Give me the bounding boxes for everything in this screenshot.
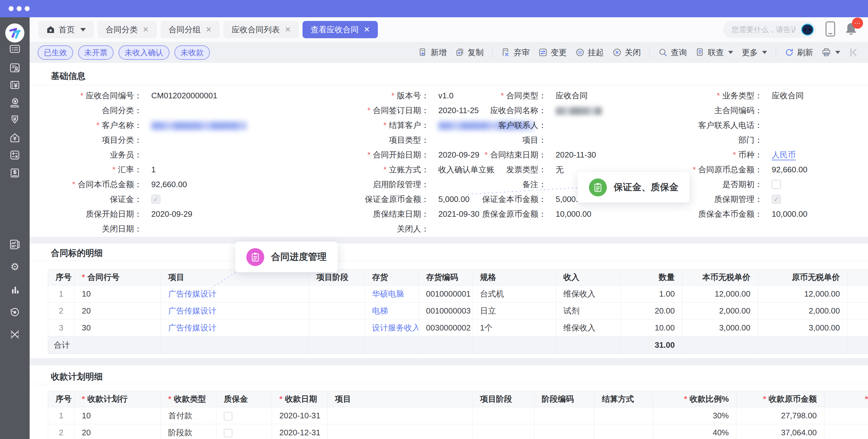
checkbox-unchecked[interactable]	[224, 429, 232, 437]
sidebar-item-house-yen[interactable]	[9, 132, 21, 144]
cell-结算方式	[594, 407, 653, 424]
chevron-down-icon[interactable]	[80, 28, 86, 31]
sidebar-item-calculator[interactable]	[9, 149, 21, 162]
cell-link[interactable]: 电梯	[372, 306, 388, 315]
sidebar-item-bar-chart[interactable]	[9, 284, 21, 297]
cell-数量: 10.00	[621, 319, 682, 336]
sidebar-item-settings-gear[interactable]: ⚙	[9, 262, 21, 274]
toolbar-separator	[649, 47, 650, 57]
cell-合同行号: 20	[74, 302, 161, 319]
window-control-dot[interactable]	[9, 6, 13, 11]
checkbox-unchecked[interactable]	[772, 180, 781, 189]
cell-结算方式	[594, 424, 653, 439]
total-empty-cell	[758, 336, 848, 354]
tooltip-deposit-label: 保证金、质保金	[614, 181, 679, 194]
assistant-search[interactable]	[723, 21, 816, 38]
app-logo[interactable]	[5, 24, 24, 42]
toolbar-button-collapse[interactable]	[849, 48, 858, 57]
toolbar-button-doc-x[interactable]: 弃审	[501, 47, 530, 58]
tab-2[interactable]: 合同分组✕	[160, 21, 220, 38]
toolbar-button-swap[interactable]: 变更	[538, 47, 567, 58]
field-label: *合同签订日期：	[367, 103, 429, 118]
tab-4[interactable]: 查看应收合同✕	[303, 21, 378, 38]
toolbar: 新增复制弃审变更挂起关闭查询联查更多刷新	[418, 47, 860, 58]
column-header-序号: 序号	[48, 391, 74, 407]
toolbar-button-close-circle[interactable]: 关闭	[612, 47, 641, 58]
toolbar-button-pause[interactable]: 挂起	[576, 47, 604, 58]
column-header-项目阶段: 项目阶段	[473, 391, 534, 407]
tab-close-icon[interactable]: ✕	[364, 26, 370, 33]
sidebar-item-income-hand[interactable]	[9, 97, 21, 110]
redacted-link-value[interactable]	[151, 122, 247, 130]
window-control-dot[interactable]	[25, 6, 30, 11]
cell-序号: 2	[48, 424, 74, 439]
cell-link[interactable]: 设计服务收入	[372, 323, 418, 332]
toolbar-button-doc-plus[interactable]: 新增	[418, 47, 447, 58]
sidebar-item-tools[interactable]	[9, 329, 21, 341]
cell-link[interactable]: 华硕电脑	[372, 289, 404, 298]
required-asterisk: *	[383, 121, 386, 130]
tab-1[interactable]: 合同分类✕	[97, 21, 157, 38]
cell-序号: 1	[48, 285, 74, 302]
field-label: 质保金本币金额：	[698, 207, 763, 221]
table-row: 220阶段款2020-12-3140%37,064.00	[48, 424, 868, 439]
window-control-dot[interactable]	[17, 6, 22, 11]
total-empty-cell	[309, 336, 365, 354]
toolbar-button-refresh[interactable]: 刷新	[785, 47, 813, 58]
cell-收款类型: 首付款	[161, 407, 216, 424]
report-icon	[9, 238, 21, 252]
notifications-bell-icon[interactable]: ⋯	[844, 22, 858, 37]
mobile-app-icon[interactable]	[826, 21, 835, 38]
chevron-down-icon	[835, 51, 840, 54]
cell-link[interactable]: 广告传媒设计	[168, 306, 216, 315]
printer-icon	[822, 48, 831, 57]
sidebar-item-history[interactable]	[9, 307, 21, 319]
required-asterisk: *	[684, 394, 687, 404]
cell-合同行号: 10	[74, 285, 161, 302]
required-asterisk: *	[717, 91, 720, 100]
cell-link[interactable]: 广告传媒设计	[168, 289, 216, 298]
tab-3[interactable]: 应收合同列表✕	[223, 21, 299, 38]
tab-close-icon[interactable]: ✕	[143, 26, 149, 33]
form-row: 项目分类：项目类型：项目：部门：	[30, 133, 868, 147]
cell-数量: 1.00	[621, 285, 682, 302]
checkbox-checked-disabled[interactable]: ✓	[772, 195, 781, 204]
sidebar-item-menu-list[interactable]	[9, 43, 21, 56]
cell-link[interactable]: 广告传媒设计	[168, 323, 216, 332]
cell-项目阶段	[309, 285, 365, 302]
field-value-合同本币总金额: 92,660.00	[151, 177, 187, 192]
required-asterisk: *	[501, 91, 504, 100]
clipboard-icon	[246, 248, 264, 266]
sidebar-item-ledger-dollar[interactable]	[9, 168, 21, 180]
toolbar-button-doc-link[interactable]: 联查	[695, 47, 733, 58]
toolbar-button-search[interactable]: 查询	[658, 47, 687, 58]
checkbox-unchecked[interactable]	[224, 412, 232, 420]
required-asterisk: *	[383, 165, 386, 174]
checkbox-checked-disabled[interactable]: ✓	[151, 195, 160, 204]
toolbar-button-printer[interactable]	[822, 48, 840, 57]
tab-close-icon[interactable]: ✕	[206, 26, 212, 33]
field-value-合同签订日期: 2020-11-25	[438, 103, 479, 118]
field-label: *合同开始日期：	[367, 147, 429, 162]
sidebar-item-invoice-yen[interactable]	[9, 79, 21, 92]
tab-home[interactable]: 首页	[38, 21, 94, 38]
redacted-text-value	[556, 107, 602, 115]
sidebar-item-report[interactable]	[9, 239, 21, 251]
currency-link[interactable]: 人民币	[772, 150, 796, 160]
field-label: 发票类型：	[506, 162, 546, 177]
field-value-应收合同名称	[556, 103, 602, 118]
toolbar-button-copy[interactable]: 复制	[455, 47, 484, 58]
required-asterisk: *	[72, 180, 75, 189]
search-input[interactable]	[731, 25, 796, 34]
cell-收款计划行: 20	[74, 424, 161, 439]
sidebar-item-customer-doc[interactable]	[9, 62, 21, 75]
tab-close-icon[interactable]: ✕	[285, 26, 291, 33]
cell-项目	[328, 407, 473, 424]
cell-收入: 维保收入	[556, 285, 621, 302]
cell-项目: 广告传媒设计	[161, 302, 309, 319]
field-value-立账方式: 收入确认单立账	[438, 162, 495, 177]
sidebar-item-collect-yen[interactable]	[9, 115, 21, 127]
cell-收款比例%: 30%	[653, 407, 737, 424]
toolbar-button-更多[interactable]: 更多	[742, 47, 767, 58]
assistant-robot-icon[interactable]	[801, 23, 814, 38]
